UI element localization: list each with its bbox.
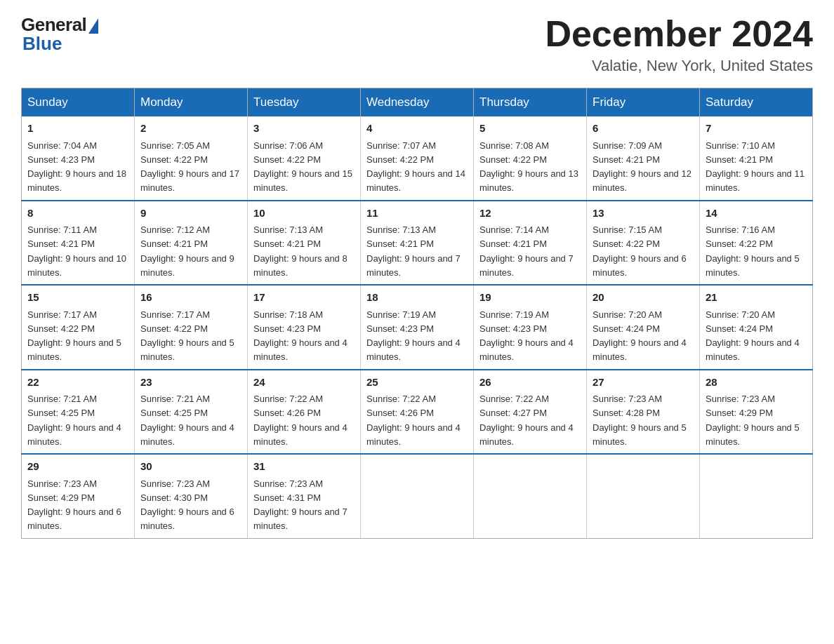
day-number: 16 (140, 290, 241, 306)
day-number: 7 (706, 121, 807, 137)
calendar-day-cell: 30 Sunrise: 7:23 AMSunset: 4:30 PMDaylig… (135, 454, 248, 538)
day-info: Sunrise: 7:21 AMSunset: 4:25 PMDaylight:… (27, 394, 121, 447)
calendar-day-cell: 27 Sunrise: 7:23 AMSunset: 4:28 PMDaylig… (587, 370, 700, 455)
day-info: Sunrise: 7:23 AMSunset: 4:30 PMDaylight:… (140, 478, 234, 532)
month-title: December 2024 (545, 14, 813, 54)
day-number: 22 (27, 375, 128, 391)
calendar-day-cell: 15 Sunrise: 7:17 AMSunset: 4:22 PMDaylig… (22, 285, 135, 370)
day-info: Sunrise: 7:17 AMSunset: 4:22 PMDaylight:… (140, 309, 234, 363)
calendar-day-cell: 31 Sunrise: 7:23 AMSunset: 4:31 PMDaylig… (248, 454, 361, 538)
calendar-day-cell (587, 454, 700, 538)
day-number: 4 (366, 121, 468, 137)
day-info: Sunrise: 7:22 AMSunset: 4:26 PMDaylight:… (366, 394, 461, 447)
day-info: Sunrise: 7:10 AMSunset: 4:21 PMDaylight:… (706, 140, 805, 194)
calendar-day-cell: 25 Sunrise: 7:22 AMSunset: 4:26 PMDaylig… (361, 370, 474, 455)
day-number: 12 (479, 206, 581, 222)
day-number: 3 (253, 121, 355, 137)
day-info: Sunrise: 7:11 AMSunset: 4:21 PMDaylight:… (27, 224, 126, 278)
day-number: 19 (479, 290, 581, 306)
calendar-day-cell: 7 Sunrise: 7:10 AMSunset: 4:21 PMDayligh… (700, 116, 813, 201)
day-info: Sunrise: 7:21 AMSunset: 4:25 PMDaylight:… (140, 394, 234, 447)
day-number: 11 (366, 206, 468, 222)
calendar-day-cell: 28 Sunrise: 7:23 AMSunset: 4:29 PMDaylig… (700, 370, 813, 455)
calendar-day-cell: 10 Sunrise: 7:13 AMSunset: 4:21 PMDaylig… (248, 201, 361, 286)
calendar-day-header: Sunday (22, 88, 135, 117)
calendar-day-cell: 4 Sunrise: 7:07 AMSunset: 4:22 PMDayligh… (361, 116, 474, 201)
calendar-week-row: 15 Sunrise: 7:17 AMSunset: 4:22 PMDaylig… (22, 285, 813, 370)
calendar-day-cell: 22 Sunrise: 7:21 AMSunset: 4:25 PMDaylig… (22, 370, 135, 455)
day-info: Sunrise: 7:23 AMSunset: 4:31 PMDaylight:… (253, 478, 348, 532)
calendar-day-header: Saturday (700, 88, 813, 117)
day-number: 27 (593, 375, 694, 391)
day-number: 15 (27, 290, 128, 306)
day-number: 17 (253, 290, 355, 306)
day-number: 23 (140, 375, 241, 391)
calendar-day-cell: 20 Sunrise: 7:20 AMSunset: 4:24 PMDaylig… (587, 285, 700, 370)
calendar-week-row: 1 Sunrise: 7:04 AMSunset: 4:23 PMDayligh… (22, 116, 813, 201)
location-subtitle: Valatie, New York, United States (545, 57, 813, 75)
calendar-day-cell: 3 Sunrise: 7:06 AMSunset: 4:22 PMDayligh… (248, 116, 361, 201)
calendar-day-cell: 29 Sunrise: 7:23 AMSunset: 4:29 PMDaylig… (22, 454, 135, 538)
day-number: 13 (593, 206, 694, 222)
calendar-day-cell: 9 Sunrise: 7:12 AMSunset: 4:21 PMDayligh… (135, 201, 248, 286)
title-block: December 2024 Valatie, New York, United … (545, 14, 813, 75)
calendar-day-cell: 13 Sunrise: 7:15 AMSunset: 4:22 PMDaylig… (587, 201, 700, 286)
day-number: 26 (479, 375, 581, 391)
day-number: 6 (593, 121, 694, 137)
calendar-day-cell: 6 Sunrise: 7:09 AMSunset: 4:21 PMDayligh… (587, 116, 700, 201)
day-info: Sunrise: 7:13 AMSunset: 4:21 PMDaylight:… (366, 224, 461, 278)
day-number: 14 (706, 206, 807, 222)
calendar-day-cell: 14 Sunrise: 7:16 AMSunset: 4:22 PMDaylig… (700, 201, 813, 286)
day-number: 21 (706, 290, 807, 306)
calendar-day-header: Wednesday (361, 88, 474, 117)
day-number: 9 (140, 206, 241, 222)
calendar-day-cell: 2 Sunrise: 7:05 AMSunset: 4:22 PMDayligh… (135, 116, 248, 201)
day-number: 31 (253, 459, 355, 475)
calendar-week-row: 22 Sunrise: 7:21 AMSunset: 4:25 PMDaylig… (22, 370, 813, 455)
day-info: Sunrise: 7:23 AMSunset: 4:29 PMDaylight:… (27, 478, 121, 532)
calendar-day-header: Friday (587, 88, 700, 117)
day-info: Sunrise: 7:23 AMSunset: 4:28 PMDaylight:… (593, 394, 687, 447)
calendar-day-cell: 21 Sunrise: 7:20 AMSunset: 4:24 PMDaylig… (700, 285, 813, 370)
logo-blue-text: Blue (22, 33, 62, 55)
logo: General Blue (21, 14, 98, 55)
day-info: Sunrise: 7:08 AMSunset: 4:22 PMDaylight:… (479, 140, 578, 194)
day-number: 24 (253, 375, 355, 391)
day-number: 18 (366, 290, 468, 306)
calendar-week-row: 29 Sunrise: 7:23 AMSunset: 4:29 PMDaylig… (22, 454, 813, 538)
day-number: 8 (27, 206, 128, 222)
day-info: Sunrise: 7:16 AMSunset: 4:22 PMDaylight:… (706, 224, 800, 278)
calendar-day-cell: 12 Sunrise: 7:14 AMSunset: 4:21 PMDaylig… (474, 201, 587, 286)
calendar-day-cell: 23 Sunrise: 7:21 AMSunset: 4:25 PMDaylig… (135, 370, 248, 455)
calendar-day-cell: 18 Sunrise: 7:19 AMSunset: 4:23 PMDaylig… (361, 285, 474, 370)
day-info: Sunrise: 7:22 AMSunset: 4:27 PMDaylight:… (479, 394, 574, 447)
calendar-day-header: Tuesday (248, 88, 361, 117)
day-info: Sunrise: 7:19 AMSunset: 4:23 PMDaylight:… (479, 309, 574, 363)
calendar-day-cell: 8 Sunrise: 7:11 AMSunset: 4:21 PMDayligh… (22, 201, 135, 286)
day-info: Sunrise: 7:07 AMSunset: 4:22 PMDaylight:… (366, 140, 465, 194)
calendar-day-cell: 24 Sunrise: 7:22 AMSunset: 4:26 PMDaylig… (248, 370, 361, 455)
calendar-day-cell: 1 Sunrise: 7:04 AMSunset: 4:23 PMDayligh… (22, 116, 135, 201)
day-number: 1 (27, 121, 128, 137)
calendar-day-cell: 26 Sunrise: 7:22 AMSunset: 4:27 PMDaylig… (474, 370, 587, 455)
calendar-day-cell (361, 454, 474, 538)
day-number: 29 (27, 459, 128, 475)
day-info: Sunrise: 7:20 AMSunset: 4:24 PMDaylight:… (706, 309, 800, 363)
day-info: Sunrise: 7:06 AMSunset: 4:22 PMDaylight:… (253, 140, 352, 194)
day-info: Sunrise: 7:05 AMSunset: 4:22 PMDaylight:… (140, 140, 239, 194)
calendar-day-header: Thursday (474, 88, 587, 117)
day-number: 28 (706, 375, 807, 391)
day-info: Sunrise: 7:13 AMSunset: 4:21 PMDaylight:… (253, 224, 348, 278)
calendar-day-cell: 5 Sunrise: 7:08 AMSunset: 4:22 PMDayligh… (474, 116, 587, 201)
calendar-day-cell: 11 Sunrise: 7:13 AMSunset: 4:21 PMDaylig… (361, 201, 474, 286)
day-number: 2 (140, 121, 241, 137)
day-info: Sunrise: 7:20 AMSunset: 4:24 PMDaylight:… (593, 309, 687, 363)
day-number: 5 (479, 121, 581, 137)
day-info: Sunrise: 7:14 AMSunset: 4:21 PMDaylight:… (479, 224, 574, 278)
page-header: General Blue December 2024 Valatie, New … (21, 14, 813, 75)
day-info: Sunrise: 7:15 AMSunset: 4:22 PMDaylight:… (593, 224, 687, 278)
calendar-day-cell: 17 Sunrise: 7:18 AMSunset: 4:23 PMDaylig… (248, 285, 361, 370)
day-number: 10 (253, 206, 355, 222)
day-info: Sunrise: 7:18 AMSunset: 4:23 PMDaylight:… (253, 309, 348, 363)
day-info: Sunrise: 7:23 AMSunset: 4:29 PMDaylight:… (706, 394, 800, 447)
